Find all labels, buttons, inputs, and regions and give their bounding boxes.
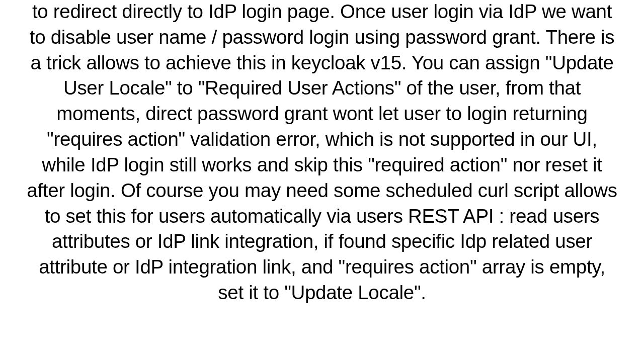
document-viewport: to redirect directly to IdP login page. … — [0, 0, 644, 362]
body-paragraph: to redirect directly to IdP login page. … — [25, 0, 619, 306]
